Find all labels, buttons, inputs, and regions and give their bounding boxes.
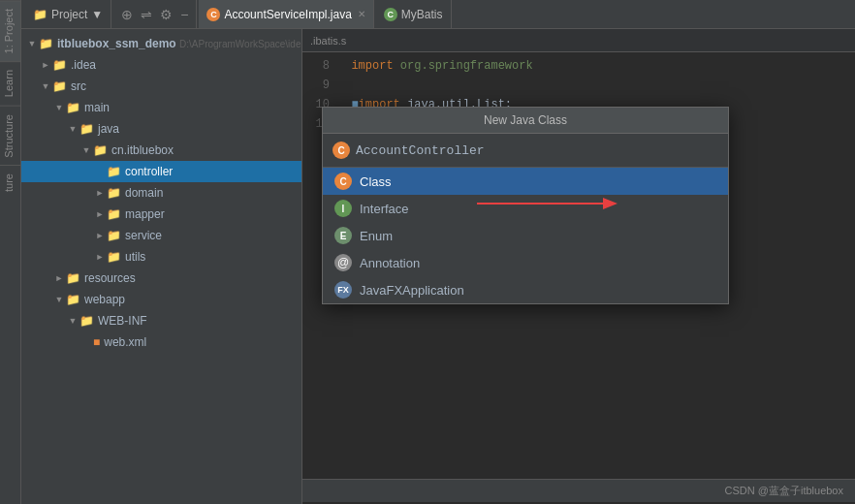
file-tree: ▼ 📁 itbluebox_ssm_demo D:\AProgramWorkSp… <box>21 29 301 504</box>
dialog-c-icon: C <box>332 142 350 159</box>
tab-close-account[interactable]: ✕ <box>358 9 365 19</box>
enum-icon: E <box>334 227 352 244</box>
interface-icon: I <box>334 200 352 217</box>
left-tab-project[interactable]: 1: Project <box>0 0 20 61</box>
line-num-8: 8 <box>302 56 330 76</box>
bottom-bar-text: CSDN @蓝盒子itbluebox <box>725 484 843 498</box>
tree-item-src[interactable]: ▼ 📁 src <box>21 76 301 97</box>
tab-account-service-impl-label: AccountServiceImpl.java <box>224 8 351 21</box>
java-arrow-icon: ▼ <box>66 124 79 134</box>
settings-icon[interactable]: ⚙ <box>160 7 173 22</box>
java-folder-icon: 📁 <box>79 122 94 136</box>
tree-item-utils[interactable]: ► 📁 utils <box>21 246 301 268</box>
root-folder-icon: 📁 <box>39 37 53 50</box>
project-title: Project <box>51 8 87 21</box>
tree-item-java[interactable]: ▼ 📁 java <box>21 118 301 140</box>
webapp-arrow-icon: ▼ <box>52 295 66 304</box>
line-num-9: 9 <box>302 76 330 95</box>
new-java-class-dialog: New Java Class C C Class I Interface E <box>322 107 729 304</box>
main-container: 📁 Project ▼ ⊕ ⇌ ⚙ − C AccountServiceImpl… <box>21 0 855 504</box>
javafx-icon: FX <box>334 281 352 299</box>
dialog-class-name-input[interactable] <box>356 143 718 158</box>
webinf-arrow-icon: ▼ <box>66 316 79 326</box>
project-panel: ▼ 📁 itbluebox_ssm_demo D:\AProgramWorkSp… <box>21 29 302 504</box>
tree-item-cnitbluebox[interactable]: ▼ 📁 cn.itbluebox <box>21 140 301 161</box>
annotation-label: Annotation <box>360 256 420 270</box>
tree-item-controller[interactable]: 📁 controller <box>21 161 301 182</box>
utils-folder-icon: 📁 <box>107 250 121 264</box>
tab-c-icon-orange: C <box>206 8 220 21</box>
left-tab-future[interactable]: ture <box>0 165 20 200</box>
main-label: main <box>84 101 110 114</box>
mapper-arrow-icon: ► <box>93 209 107 219</box>
controller-folder-icon: 📁 <box>107 165 121 178</box>
controller-arrow-icon <box>93 167 107 176</box>
tree-item-mapper[interactable]: ► 📁 mapper <box>21 204 301 225</box>
idea-folder-icon: 📁 <box>52 58 67 72</box>
java-label: java <box>98 122 119 136</box>
enum-label: Enum <box>360 229 393 243</box>
webapp-label: webapp <box>84 293 125 306</box>
content-area: ▼ 📁 itbluebox_ssm_demo D:\AProgramWorkSp… <box>21 29 855 504</box>
dialog-item-annotation[interactable]: @ Annotation <box>323 249 728 276</box>
left-tab-learn[interactable]: Learn <box>0 61 20 105</box>
service-label: service <box>125 229 162 242</box>
editor-breadcrumb: .ibatis.s <box>302 29 855 52</box>
resources-arrow-icon: ► <box>52 273 66 283</box>
tree-item-main[interactable]: ▼ 📁 main <box>21 97 301 118</box>
cnitbluebox-arrow-icon: ▼ <box>79 145 93 155</box>
dialog-item-javafx[interactable]: FX JavaFXApplication <box>323 276 728 303</box>
root-arrow-icon: ▼ <box>25 39 39 48</box>
project-label: 📁 <box>33 8 48 21</box>
domain-arrow-icon: ► <box>93 188 107 198</box>
breadcrumb-text: .ibatis.s <box>310 35 346 47</box>
dialog-item-enum[interactable]: E Enum <box>323 222 728 249</box>
src-label: src <box>71 79 86 93</box>
webxml-label: web.xml <box>104 335 146 349</box>
webinf-folder-icon: 📁 <box>79 314 94 328</box>
javafx-label: JavaFXApplication <box>360 283 464 298</box>
cnitbluebox-label: cn.itbluebox <box>111 143 174 157</box>
code-line-9 <box>337 76 855 95</box>
idea-label: .idea <box>71 58 96 72</box>
project-chevron-icon[interactable]: ▼ <box>91 8 103 21</box>
webxml-arrow-icon <box>79 337 93 347</box>
tab-mybatis[interactable]: C MyBatis <box>376 0 452 28</box>
resources-label: resources <box>84 271 136 285</box>
tree-item-domain[interactable]: ► 📁 domain <box>21 182 301 204</box>
tree-item-webapp[interactable]: ▼ 📁 webapp <box>21 289 301 310</box>
minus-icon[interactable]: − <box>180 7 188 22</box>
domain-folder-icon: 📁 <box>107 186 121 200</box>
tab-bar-icons: ⊕ ⇌ ⚙ − <box>113 0 197 28</box>
left-tabs-panel: 1: Project Learn Structure ture <box>0 0 21 504</box>
controller-label: controller <box>125 165 173 178</box>
tree-item-root[interactable]: ▼ 📁 itbluebox_ssm_demo D:\AProgramWorkSp… <box>21 33 301 54</box>
webinf-label: WEB-INF <box>98 314 147 328</box>
domain-label: domain <box>125 186 163 200</box>
webapp-folder-icon: 📁 <box>66 293 80 306</box>
dialog-title: New Java Class <box>323 108 728 134</box>
add-icon[interactable]: ⊕ <box>121 7 133 22</box>
tab-bar: 📁 Project ▼ ⊕ ⇌ ⚙ − C AccountServiceImpl… <box>21 0 855 29</box>
left-tab-structure[interactable]: Structure <box>0 106 20 166</box>
utils-label: utils <box>125 250 145 264</box>
dialog-item-interface[interactable]: I Interface <box>323 195 728 222</box>
webxml-file-icon: ■ <box>93 335 100 349</box>
tree-item-webinf[interactable]: ▼ 📁 WEB-INF <box>21 310 301 331</box>
root-label: itbluebox_ssm_demo D:\AProgramWorkSpace\… <box>57 37 301 50</box>
annotation-icon: @ <box>334 254 352 271</box>
resources-folder-icon: 📁 <box>66 271 80 285</box>
tree-item-idea[interactable]: ► 📁 .idea <box>21 54 301 76</box>
service-arrow-icon: ► <box>93 231 107 240</box>
utils-arrow-icon: ► <box>93 252 107 262</box>
tab-account-service-impl[interactable]: C AccountServiceImpl.java ✕ <box>199 0 373 28</box>
tree-item-resources[interactable]: ► 📁 resources <box>21 268 301 289</box>
dialog-item-class[interactable]: C Class <box>323 168 728 195</box>
class-icon: C <box>334 173 352 190</box>
main-folder-icon: 📁 <box>66 101 80 114</box>
tree-item-webxml[interactable]: ■ web.xml <box>21 331 301 353</box>
tree-item-service[interactable]: ► 📁 service <box>21 225 301 246</box>
tab-c-icon-green: C <box>384 8 397 21</box>
src-folder-icon: 📁 <box>52 79 67 93</box>
split-icon[interactable]: ⇌ <box>141 7 152 22</box>
